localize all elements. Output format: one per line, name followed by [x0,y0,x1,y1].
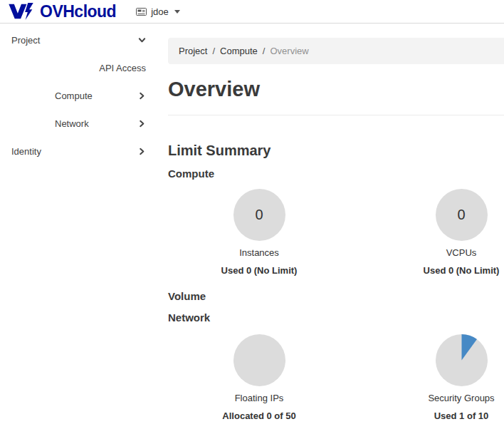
top-header: OVHcloud jdoe [0,0,504,24]
quota-chart-security-groups: Security Groups Used 1 of 10 [370,334,504,421]
sidebar-item-project[interactable]: Project [11,26,146,54]
main-content: Project / Compute / Overview Overview Li… [166,24,504,421]
ovhcloud-logo-icon [7,2,36,21]
compute-subheading: Compute [168,168,504,180]
chevron-right-icon [137,120,146,128]
username: jdoe [151,6,169,17]
pie-chart: 0 [233,189,285,241]
sidebar-item-label: Identity [11,146,41,157]
chevron-right-icon [137,148,146,155]
breadcrumb: Project / Compute / Overview [168,38,504,64]
chevron-down-icon [137,36,146,44]
brand-name: OVHcloud [40,4,116,20]
compute-charts-row: 0 Instances Used 0 (No Limit) 0 VCPUs Us… [168,189,504,276]
user-menu[interactable]: jdoe [136,6,180,17]
sidebar-item-api-access[interactable]: API Access [11,54,146,82]
quota-chart-vcpus: 0 VCPUs Used 0 (No Limit) [370,189,504,276]
pie-center-value: 0 [457,207,465,223]
sidebar-item-label: API Access [99,63,146,73]
breadcrumb-current: Overview [270,46,308,56]
pie-caption: Used 1 of 10 [434,410,489,421]
breadcrumb-separator: / [263,46,266,56]
volume-subheading: Volume [168,291,504,302]
sidebar-item-network[interactable]: Network [11,110,146,138]
network-charts-row: Floating IPs Allocated 0 of 50 Security … [168,334,504,421]
id-card-icon [136,7,147,16]
pie-center-value: 0 [255,207,263,223]
pie-chart [233,334,285,386]
pie-chart: 0 [436,189,488,241]
pie-caption: Allocated 0 of 50 [222,410,295,421]
pie-label: Security Groups [428,393,494,403]
quota-chart-floating-ips: Floating IPs Allocated 0 of 50 [168,334,350,421]
network-subheading: Network [168,312,504,324]
pie-label: VCPUs [446,247,477,258]
sidebar-item-label: Compute [55,91,93,101]
pie-label: Instances [239,247,279,258]
breadcrumb-link-compute[interactable]: Compute [220,46,258,56]
pie-label: Floating IPs [235,393,284,403]
breadcrumb-separator: / [212,46,215,56]
breadcrumb-link-project[interactable]: Project [179,46,207,56]
page-title: Overview [168,77,504,115]
sidebar-item-label: Network [55,118,89,129]
quota-chart-instances: 0 Instances Used 0 (No Limit) [168,189,350,276]
sidebar-item-identity[interactable]: Identity [11,138,146,165]
pie-caption: Used 0 (No Limit) [424,265,500,276]
limit-summary-heading: Limit Summary [168,143,504,159]
sidebar-item-compute[interactable]: Compute [11,82,146,110]
caret-down-icon [174,10,180,14]
ovhcloud-logo[interactable]: OVHcloud [7,2,116,21]
sidebar-item-label: Project [11,35,40,46]
sidebar: Project API Access Compute Network Ident… [0,24,166,421]
chevron-right-icon [137,92,146,100]
pie-chart [436,334,488,386]
pie-caption: Used 0 (No Limit) [221,265,298,276]
